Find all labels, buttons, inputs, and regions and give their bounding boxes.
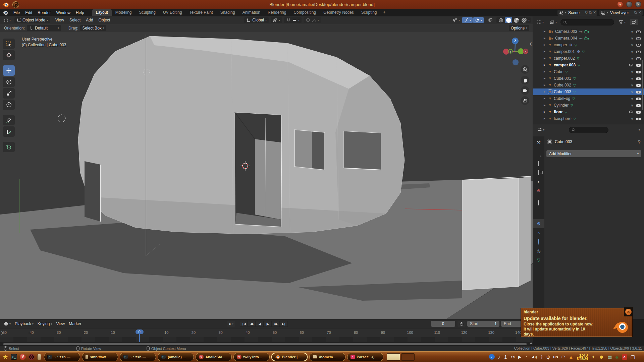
tab-uv-editing[interactable]: UV Editing <box>159 9 186 16</box>
jump-to-end-button[interactable]: ▶❙ <box>280 321 288 327</box>
eye-open-icon[interactable] <box>629 64 633 66</box>
outliner-filter-button[interactable]: ▾ <box>617 19 627 25</box>
toggle-perspective-button[interactable] <box>521 96 529 105</box>
add-modifier-button[interactable]: Add Modifier ▾ <box>546 150 641 157</box>
outliner-row[interactable]: ▶▼Cube.003▽∨ <box>533 88 644 95</box>
object-name[interactable]: Camera.003 <box>555 29 577 34</box>
clipboard-tray-icon[interactable]: ✂ <box>511 354 515 360</box>
shading-solid-button[interactable] <box>505 17 512 23</box>
title-bar[interactable]: Blender [/home/amalie/Desktop/blender/ca… <box>0 0 644 9</box>
outliner-scrollbar[interactable] <box>642 60 643 110</box>
current-frame-field[interactable]: 0 <box>431 321 455 327</box>
cube-object[interactable] <box>462 176 531 290</box>
proportional-editing-controls[interactable]: ▾ <box>304 17 321 23</box>
properties-tab-view-layer[interactable] <box>533 168 544 177</box>
plant-tray-icon[interactable]: ♣ <box>615 354 619 360</box>
eye-closed-icon[interactable]: ∨ <box>631 104 633 107</box>
tool-select-box-button[interactable] <box>3 39 15 49</box>
eye-closed-icon[interactable]: ∨ <box>631 57 633 60</box>
disclosure-arrow-icon[interactable]: ▶ <box>544 97 545 100</box>
pivot-point-selector[interactable]: ▾ <box>271 17 282 23</box>
lamp-tray-icon[interactable]: ✦ <box>591 354 595 360</box>
close-icon[interactable]: ✕ <box>638 10 641 15</box>
xray-toggle[interactable] <box>486 17 494 23</box>
eye-closed-icon[interactable]: ∨ <box>631 117 633 121</box>
tab-sculpting[interactable]: Sculpting <box>136 9 159 16</box>
outliner-row[interactable]: ▶Camera.004↝∨ <box>533 35 644 42</box>
properties-search-input[interactable] <box>569 127 608 133</box>
outliner-row[interactable]: ▶▼camper⚙▽∨ <box>533 42 644 48</box>
outliner-row[interactable]: ▶▼Cube.002▽∨ <box>533 82 644 88</box>
tool-rotate-button[interactable] <box>3 77 15 87</box>
disclosure-arrow-icon[interactable]: ▶ <box>544 117 545 120</box>
player-tray-icon[interactable]: ▶ <box>518 355 521 359</box>
properties-tab-texture[interactable] <box>533 277 544 286</box>
current-frame-indicator[interactable]: 0 <box>135 329 143 334</box>
object-name[interactable]: Cylinder <box>554 103 569 108</box>
pin-icon[interactable]: ⚲ <box>638 139 641 144</box>
eye-open-icon[interactable] <box>629 111 633 113</box>
properties-tab-scene[interactable]: ◗ <box>533 177 544 186</box>
disclosure-arrow-icon[interactable]: ▶ <box>544 64 545 66</box>
show-overlays-toggle[interactable]: ▾ <box>473 17 484 23</box>
scene-selector[interactable]: ▾ Scene ⚲ ⧉ ✕ <box>557 10 597 16</box>
object-name[interactable]: camper.003 <box>554 63 576 67</box>
close-icon[interactable]: ✕ <box>593 10 596 15</box>
calculator-tray-icon[interactable]: ▦ <box>607 354 612 360</box>
outliner-row[interactable]: ▶Camera.003↝∨ <box>533 28 644 35</box>
auto-keying-button[interactable]: ●▾ <box>227 321 235 327</box>
timeline-menu-marker[interactable]: Marker <box>67 321 83 327</box>
eye-closed-icon[interactable]: ∨ <box>631 90 633 94</box>
taskbar-window-1[interactable]: >_~ : zsh — ... <box>44 353 80 361</box>
transform-orientation-selector[interactable]: Global ▾ <box>244 17 269 23</box>
wifi-tray-icon[interactable]: ◠ <box>561 354 565 360</box>
timeline-tracks[interactable] <box>0 337 533 342</box>
taskbar-window-3[interactable]: >_~ : zsh — ... <box>120 353 156 361</box>
gizmo-y-neg-axis[interactable] <box>503 49 509 55</box>
taskbar-window-7[interactable]: Blender [... <box>271 353 308 361</box>
use-preview-range-button[interactable] <box>458 321 466 327</box>
info-tray-icon[interactable]: i <box>489 354 495 360</box>
render-disabled-icon[interactable] <box>636 30 641 33</box>
window-tray-icon[interactable]: ▢ <box>631 354 635 360</box>
object-name[interactable]: Cube.002 <box>554 83 571 87</box>
properties-tab-modifiers[interactable]: ⚙ <box>533 219 544 228</box>
object-name[interactable]: Icosphere <box>554 116 572 121</box>
render-disabled-icon[interactable] <box>636 57 641 60</box>
drag-mode-dropdown[interactable]: Select Box ▾ <box>80 25 106 31</box>
tab-geometry-nodes[interactable]: Geometry Nodes <box>320 9 358 16</box>
viewport-menu-add[interactable]: Add <box>83 17 96 23</box>
render-enabled-icon[interactable] <box>636 63 641 67</box>
taskbar-window-2[interactable]: smb://aw... <box>82 353 118 361</box>
disclosure-arrow-icon[interactable]: ▶ <box>544 90 545 93</box>
disclosure-arrow-icon[interactable]: ▶ <box>544 70 545 73</box>
outliner-row[interactable]: ▶▼camper.001⚙▽∨ <box>533 48 644 55</box>
disclosure-arrow-icon[interactable]: ▶ <box>544 84 545 86</box>
menu-edit[interactable]: Edit <box>22 10 35 16</box>
eye-closed-icon[interactable]: ∨ <box>631 97 633 101</box>
outliner-row[interactable]: ▶▼floor▽ <box>533 109 644 115</box>
workspace-2[interactable] <box>401 353 415 361</box>
viewport-scene[interactable] <box>0 32 533 319</box>
usb-tray-icon[interactable]: ψ <box>546 354 550 360</box>
camera-view-button[interactable] <box>521 86 529 95</box>
disclosure-arrow-icon[interactable]: ▶ <box>544 30 545 33</box>
taskbar-window-8[interactable]: /home/a... <box>309 353 345 361</box>
pan-button[interactable] <box>521 76 529 84</box>
properties-tab-world[interactable]: ⊕ <box>533 186 544 195</box>
render-enabled-icon[interactable] <box>636 97 641 100</box>
tool-move-button[interactable] <box>3 65 15 76</box>
view-layer-selector[interactable]: ▾ ViewLayer ⧉ ✕ <box>599 10 643 16</box>
play-reverse-button[interactable]: ◀ <box>256 321 264 327</box>
render-enabled-icon[interactable] <box>636 104 641 107</box>
object-name[interactable]: floor <box>554 110 563 114</box>
tab-texture-paint[interactable]: Texture Paint <box>186 9 217 16</box>
properties-tab-output[interactable] <box>533 159 544 168</box>
eye-closed-icon[interactable]: ∨ <box>631 77 633 80</box>
properties-tab-physics[interactable] <box>533 237 544 246</box>
outliner-search-input[interactable] <box>560 19 614 25</box>
camper-middle-window[interactable] <box>294 130 325 170</box>
viewport-menu-select[interactable]: Select <box>67 17 83 23</box>
clock[interactable]: 1:435/25/24 <box>577 353 588 361</box>
start-frame-field[interactable]: Start 1 <box>467 321 499 327</box>
